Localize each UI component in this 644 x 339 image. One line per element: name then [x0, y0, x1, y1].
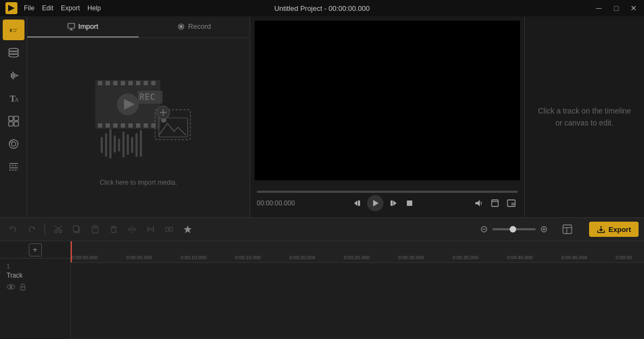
fullscreen-button[interactable] [488, 197, 501, 210]
svg-rect-38 [121, 81, 125, 85]
undo-button[interactable] [5, 222, 21, 237]
forward-button[interactable] [387, 197, 400, 210]
export-button[interactable]: Export [589, 222, 639, 237]
copy-button[interactable] [69, 222, 84, 237]
svg-rect-68 [131, 137, 133, 153]
track-1-area[interactable] [71, 263, 644, 339]
progress-bar[interactable] [257, 191, 518, 193]
info-text: Click a track on the timeline or canvas … [536, 105, 633, 129]
svg-rect-81 [511, 203, 515, 205]
delete-button[interactable] [106, 222, 121, 237]
import-graphic: REC [79, 69, 199, 172]
add-track-button[interactable]: + [29, 243, 42, 256]
preview-panel: 00:00:00.000 [250, 16, 524, 217]
sidebar-item-templates[interactable] [3, 111, 24, 131]
svg-rect-21 [14, 122, 18, 126]
timeline-ruler[interactable]: 0:00:00.000 0:00:05.000 0:00:10.000 0:00… [71, 241, 644, 263]
sidebar-item-transitions[interactable] [3, 156, 24, 177]
tab-import[interactable]: Import [27, 16, 139, 37]
svg-rect-64 [114, 135, 116, 153]
svg-rect-65 [118, 139, 120, 152]
media-content[interactable]: REC [27, 38, 250, 217]
layers-icon [8, 47, 20, 59]
svg-marker-104 [184, 225, 191, 233]
transitions-icon [8, 161, 20, 173]
sidebar-item-effects[interactable] [3, 134, 24, 154]
svg-rect-35 [98, 81, 102, 85]
track-lock-button[interactable] [18, 282, 27, 293]
svg-rect-78 [492, 200, 498, 206]
group-button[interactable] [162, 222, 177, 237]
main-area: T A [0, 16, 644, 217]
ruler-mark-9: 0:00:45.000 [561, 255, 587, 260]
svg-rect-97 [133, 228, 136, 231]
svg-rect-5 [13, 29, 17, 30]
ruler-mark-10: 0:00:50 [616, 255, 632, 260]
minimize-button[interactable]: ─ [594, 4, 604, 12]
svg-rect-69 [135, 133, 138, 157]
preview-extra-buttons [472, 197, 518, 210]
import-icon [67, 23, 75, 30]
svg-point-33 [179, 25, 183, 28]
svg-rect-40 [136, 81, 140, 85]
rewind-button[interactable] [351, 197, 364, 210]
cut-button[interactable] [51, 222, 66, 237]
marker-button[interactable] [180, 222, 195, 237]
trim-button[interactable] [143, 222, 158, 237]
ruler-mark-8: 0:00:40.000 [507, 255, 533, 260]
text-icon: T A [8, 92, 20, 104]
menu-edit[interactable]: Edit [42, 4, 53, 12]
svg-text:REC: REC [139, 92, 155, 102]
menu-help[interactable]: Help [88, 4, 101, 12]
volume-button[interactable] [472, 197, 485, 210]
stop-button[interactable] [403, 197, 416, 210]
paste-button[interactable] [88, 222, 103, 237]
sidebar-item-media[interactable] [3, 20, 24, 40]
split-button[interactable] [125, 222, 140, 237]
svg-rect-20 [9, 122, 13, 126]
time-display: 00:00:00.000 [257, 199, 295, 207]
svg-rect-4 [10, 29, 12, 32]
menu-export[interactable]: Export [61, 4, 80, 12]
svg-rect-67 [127, 134, 129, 155]
sidebar-item-layers[interactable] [3, 42, 24, 63]
zoom-slider[interactable] [492, 228, 536, 230]
zoom-knob[interactable] [510, 226, 516, 233]
zoom-minus-button[interactable] [478, 223, 490, 235]
svg-rect-48 [136, 123, 140, 128]
svg-rect-29 [68, 23, 75, 28]
svg-rect-43 [98, 123, 102, 128]
svg-rect-45 [113, 123, 117, 128]
svg-marker-77 [475, 200, 480, 206]
zoom-plus-button[interactable] [538, 223, 550, 235]
toolbar: Export [0, 217, 644, 241]
svg-rect-91 [94, 225, 96, 228]
template-button[interactable] [558, 222, 577, 237]
media-tabs: Import Record [27, 16, 250, 38]
import-hint[interactable]: Click here to import media. [100, 179, 177, 186]
sidebar-item-audio[interactable] [3, 65, 24, 86]
window-title: Untitled Project - 00:00:00.000 [274, 4, 370, 12]
svg-rect-19 [14, 116, 18, 121]
track-1-label: 1 Track [0, 259, 70, 339]
svg-rect-37 [113, 81, 117, 85]
control-row: 00:00:00.000 [257, 195, 518, 211]
svg-rect-76 [407, 200, 412, 206]
menu-file[interactable]: File [24, 4, 34, 12]
pip-button[interactable] [505, 197, 518, 210]
svg-rect-39 [128, 81, 133, 85]
svg-line-87 [55, 226, 60, 230]
close-button[interactable]: ✕ [629, 4, 639, 12]
track-visibility-button[interactable] [7, 282, 15, 293]
sidebar-item-text[interactable]: T A [3, 88, 24, 109]
tab-record[interactable]: Record [139, 16, 250, 37]
redo-button[interactable] [24, 222, 39, 237]
timeline-content: 0:00:00.000 0:00:05.000 0:00:10.000 0:00… [71, 241, 644, 339]
maximize-button[interactable]: □ [611, 4, 621, 12]
svg-rect-66 [122, 131, 125, 158]
playback-buttons [351, 195, 416, 211]
zoom-control [478, 223, 550, 235]
svg-rect-96 [128, 228, 131, 231]
svg-rect-47 [128, 123, 133, 128]
play-button[interactable] [367, 195, 383, 211]
